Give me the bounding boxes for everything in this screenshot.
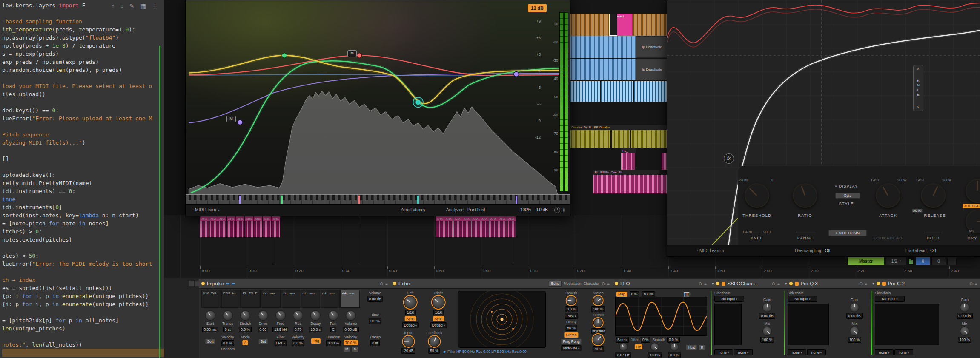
gain-knob[interactable] — [960, 303, 969, 312]
master-track-name[interactable]: Master — [847, 257, 885, 265]
device-header[interactable]: ▾ Pro-C 2 ⊙ ≡ — [870, 279, 980, 289]
toolbar-icon[interactable]: ↓ — [120, 3, 123, 9]
code-line[interactable] — [2, 349, 164, 357]
code-line[interactable]: sorted(inst.notes, key=lambda n: n.start… — [2, 211, 164, 219]
band-marker[interactable] — [516, 196, 517, 204]
code-line[interactable] — [2, 163, 164, 171]
sidechain-button[interactable]: » SIDE CHAIN — [828, 230, 867, 236]
audio-clip[interactable] — [570, 59, 636, 80]
band-marker[interactable] — [239, 196, 241, 204]
code-line[interactable]: Pitch sequence — [2, 131, 164, 139]
code-line[interactable]: es = sorted(list(set(all_notes))) — [2, 284, 164, 292]
code-line[interactable]: retty_midi.PrettyMIDI(name) — [2, 179, 164, 187]
band-marker[interactable] — [417, 196, 419, 204]
master-volume-field[interactable]: 0 — [916, 257, 930, 265]
code-line[interactable]: exp_preds / np.sum(exp_preds) — [2, 58, 164, 66]
trig-button[interactable]: Trig — [311, 338, 321, 344]
echo-stereo-knob[interactable] — [593, 296, 603, 305]
code-line[interactable]: inue — [2, 195, 164, 203]
code-line[interactable]: lueError("Error: The MIDI melody is too … — [2, 260, 164, 268]
master-routing-select[interactable]: 1/2▾ — [886, 257, 906, 265]
echo-drywet-knob[interactable] — [593, 334, 604, 345]
velocity-value[interactable]: 0.0 % — [221, 340, 234, 346]
code-line[interactable] — [2, 308, 164, 316]
selected-clip-slot[interactable] — [609, 14, 617, 36]
lfo-depth-knob[interactable] — [650, 343, 659, 351]
echo-reverb-knob[interactable] — [567, 296, 576, 305]
echo-mode-stereo-button[interactable]: Stereo — [564, 332, 578, 338]
map-slot[interactable]: none▾ — [788, 349, 806, 355]
lfo-max-value[interactable]: 100 % — [642, 291, 655, 297]
code-line[interactable] — [2, 332, 164, 341]
echo-right-time-value[interactable]: 1/16 — [433, 310, 444, 315]
echo-left-time-knob[interactable] — [404, 296, 417, 309]
code-line[interactable]: load your MIDI file. Please select at le… — [2, 82, 164, 90]
eq-node-selected[interactable] — [415, 100, 421, 105]
impulse-slot[interactable]: rhh_sna — [301, 290, 320, 308]
lookahead-status[interactable]: Lookahead:Off — [905, 248, 936, 253]
eq-node-green[interactable] — [282, 53, 287, 58]
audio-clip[interactable] — [612, 130, 630, 148]
wrench-icon[interactable]: ⊙ — [859, 281, 863, 286]
clip-row[interactable] — [570, 81, 667, 102]
audio-clip[interactable] — [570, 14, 609, 36]
mix-value[interactable]: 100 % — [958, 337, 971, 343]
code-line[interactable]: notes.extend(pitches) — [2, 236, 164, 244]
analyzer-mode-select[interactable]: Pre+Post — [467, 207, 485, 212]
wrench-icon[interactable]: ⊙ — [772, 281, 775, 286]
mix-knob[interactable] — [960, 327, 969, 336]
audio-clip[interactable]: AHA — [507, 216, 516, 237]
auto-gain-badge[interactable]: AUTO GAIN — [963, 204, 980, 208]
impulse-knob[interactable] — [205, 310, 215, 321]
impulse-knob[interactable] — [275, 310, 286, 321]
echo-feedback-knob[interactable] — [429, 336, 440, 347]
code-line[interactable]: uploaded.keys(): — [2, 171, 164, 179]
mix-knob[interactable] — [850, 327, 859, 336]
audio-clip[interactable]: AHA — [254, 216, 262, 237]
map-slot[interactable]: none▾ — [807, 349, 826, 355]
code-line[interactable]: iles.upload() — [2, 90, 164, 98]
audio-clip[interactable]: AHA — [227, 216, 235, 237]
code-line[interactable]: idi.instruments) == 0: — [2, 187, 164, 195]
plugin-display[interactable] — [788, 304, 829, 345]
mix-value[interactable]: 100 % — [848, 337, 861, 343]
code-editor-panel[interactable]: ↑↓✎▦⋮ low.keras.layers import E-based sa… — [0, 0, 164, 358]
device-header[interactable]: ▾ Pro-Q 3 ⊙ ≡ — [782, 279, 870, 289]
lfo-offset-value[interactable]: 0.0 % — [668, 352, 681, 358]
mix-value[interactable]: 100 % — [760, 337, 774, 343]
midi-clip[interactable] — [601, 81, 633, 102]
lfo-map-button[interactable]: Map — [616, 292, 627, 297]
audio-clip[interactable]: AHA — [263, 216, 271, 237]
fold-icon[interactable]: ≡ — [607, 281, 610, 286]
lfo-hold-button[interactable]: Hold — [686, 344, 697, 350]
audio-clip[interactable]: AHA — [436, 216, 444, 237]
toolbar-icon[interactable]: ⋮ — [152, 3, 158, 9]
clip-row[interactable]: FL_ — [570, 148, 667, 170]
output-gain-knob-icon[interactable] — [554, 207, 560, 213]
code-line[interactable] — [2, 147, 164, 155]
collapse-icon[interactable]: ▾ — [872, 281, 874, 286]
audio-clip[interactable]: AHA — [498, 216, 507, 237]
clip-deactivate-button[interactable]: lip Deactivate — [636, 59, 667, 80]
code-line[interactable]: {p: i for i, p in enumerate(unique_pitch… — [2, 292, 164, 300]
gain-value[interactable]: 0.00 dB — [957, 313, 972, 319]
code-line[interactable] — [2, 122, 164, 131]
code-line[interactable] — [2, 74, 164, 82]
audio-clip[interactable]: AHA — [489, 216, 498, 237]
echo-midside-select[interactable]: Mid/Side▾ — [562, 345, 582, 351]
code-line[interactable]: p.random.choice(len(preds), p=preds) — [2, 66, 164, 74]
clip-row[interactable]: lip Deactivate — [570, 36, 667, 58]
device-on-icon[interactable] — [789, 282, 793, 285]
code-line[interactable]: alyzing MIDI file(s)...") — [2, 139, 164, 147]
tab-echo[interactable]: Echo — [549, 281, 561, 287]
toolbar-icon[interactable]: ✎ — [129, 3, 135, 9]
clip-row[interactable]: eact — [570, 14, 667, 36]
gain-value[interactable]: 0.00 dB — [759, 313, 775, 319]
impulse-slot[interactable]: PL_TS_F — [241, 290, 261, 308]
knob-value[interactable]: C — [330, 327, 336, 332]
master-extra-slot[interactable] — [947, 257, 957, 265]
knee-slider[interactable]: ∧ KNEE ∨ — [913, 65, 923, 111]
pink-clip[interactable]: eact — [617, 14, 632, 36]
eq-node-violet-low[interactable] — [238, 120, 243, 125]
auto-gain-knob[interactable] — [966, 179, 980, 203]
